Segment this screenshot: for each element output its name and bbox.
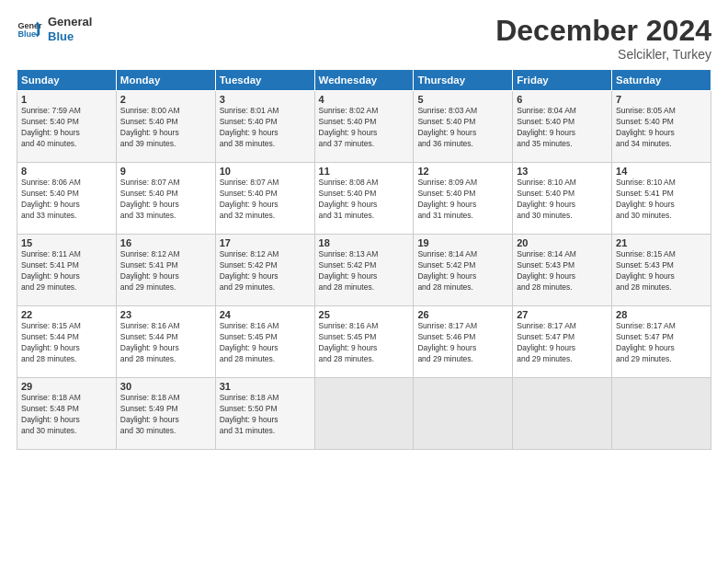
- cell-info: Sunset: 5:41 PM: [616, 189, 707, 200]
- cell-info: Sunrise: 8:17 AM: [616, 321, 707, 332]
- cell-info: and 30 minutes.: [517, 211, 608, 222]
- day-number: 28: [616, 309, 707, 320]
- cell-info: Sunset: 5:40 PM: [120, 117, 211, 128]
- calendar-week-3: 15Sunrise: 8:11 AMSunset: 5:41 PMDayligh…: [17, 235, 711, 306]
- day-number: 29: [21, 381, 112, 392]
- cell-info: Sunrise: 8:07 AM: [120, 178, 211, 189]
- cell-info: and 28 minutes.: [21, 354, 112, 365]
- day-number: 1: [21, 94, 112, 105]
- day-number: 31: [220, 381, 311, 392]
- table-row: 14Sunrise: 8:10 AMSunset: 5:41 PMDayligh…: [612, 163, 711, 235]
- cell-info: Sunset: 5:40 PM: [319, 117, 410, 128]
- table-row: 15Sunrise: 8:11 AMSunset: 5:41 PMDayligh…: [17, 235, 117, 306]
- cell-info: Sunrise: 8:17 AM: [517, 321, 608, 332]
- table-row: 10Sunrise: 8:07 AMSunset: 5:40 PMDayligh…: [215, 163, 314, 235]
- cell-info: Sunset: 5:40 PM: [120, 189, 211, 200]
- cell-info: and 28 minutes.: [120, 354, 211, 365]
- cell-info: Daylight: 9 hours: [417, 343, 508, 354]
- cell-info: and 38 minutes.: [220, 139, 311, 150]
- cell-info: Sunrise: 8:15 AM: [21, 321, 112, 332]
- cell-info: and 32 minutes.: [220, 211, 311, 222]
- day-number: 16: [120, 237, 211, 248]
- day-number: 12: [417, 166, 508, 177]
- day-number: 6: [517, 94, 608, 105]
- cell-info: Daylight: 9 hours: [220, 271, 311, 282]
- cell-info: Sunrise: 8:13 AM: [319, 249, 410, 260]
- table-row: [513, 378, 612, 450]
- cell-info: Daylight: 9 hours: [220, 128, 311, 139]
- cell-info: Sunrise: 8:06 AM: [21, 178, 112, 189]
- cell-info: Daylight: 9 hours: [21, 343, 112, 354]
- cell-info: and 39 minutes.: [120, 139, 211, 150]
- cell-info: Sunrise: 8:09 AM: [417, 178, 508, 189]
- day-number: 10: [220, 166, 311, 177]
- cell-info: Sunrise: 8:04 AM: [517, 106, 608, 117]
- table-row: 25Sunrise: 8:16 AMSunset: 5:45 PMDayligh…: [314, 306, 414, 378]
- cell-info: Daylight: 9 hours: [220, 343, 311, 354]
- cell-info: and 31 minutes.: [220, 426, 311, 437]
- table-row: 28Sunrise: 8:17 AMSunset: 5:47 PMDayligh…: [612, 306, 711, 378]
- cell-info: Sunset: 5:44 PM: [21, 332, 112, 343]
- day-number: 8: [21, 166, 112, 177]
- cell-info: Sunset: 5:40 PM: [616, 117, 707, 128]
- cell-info: and 37 minutes.: [319, 139, 410, 150]
- col-friday: Friday: [513, 70, 612, 91]
- cell-info: Daylight: 9 hours: [517, 343, 608, 354]
- cell-info: Daylight: 9 hours: [319, 271, 410, 282]
- calendar-week-4: 22Sunrise: 8:15 AMSunset: 5:44 PMDayligh…: [17, 306, 711, 378]
- table-row: 29Sunrise: 8:18 AMSunset: 5:48 PMDayligh…: [17, 378, 117, 450]
- table-row: 23Sunrise: 8:16 AMSunset: 5:44 PMDayligh…: [116, 306, 215, 378]
- col-sunday: Sunday: [17, 70, 117, 91]
- logo-line2: Blue: [48, 29, 92, 44]
- cell-info: and 29 minutes.: [517, 354, 608, 365]
- header: General Blue General Blue December 2024 …: [17, 15, 711, 62]
- logo-icon: General Blue: [17, 17, 42, 42]
- cell-info: Sunrise: 8:05 AM: [616, 106, 707, 117]
- month-title: December 2024: [495, 15, 711, 47]
- table-row: 31Sunrise: 8:18 AMSunset: 5:50 PMDayligh…: [215, 378, 314, 450]
- cell-info: Sunrise: 8:01 AM: [220, 106, 311, 117]
- cell-info: Sunrise: 8:02 AM: [319, 106, 410, 117]
- cell-info: Daylight: 9 hours: [417, 271, 508, 282]
- cell-info: and 29 minutes.: [220, 282, 311, 293]
- cell-info: and 33 minutes.: [120, 211, 211, 222]
- cell-info: Sunset: 5:40 PM: [417, 117, 508, 128]
- day-number: 3: [220, 94, 311, 105]
- cell-info: and 31 minutes.: [417, 211, 508, 222]
- col-thursday: Thursday: [414, 70, 513, 91]
- day-number: 9: [120, 166, 211, 177]
- cell-info: Daylight: 9 hours: [616, 343, 707, 354]
- cell-info: Daylight: 9 hours: [120, 415, 211, 426]
- day-number: 15: [21, 237, 112, 248]
- table-row: 21Sunrise: 8:15 AMSunset: 5:43 PMDayligh…: [612, 235, 711, 306]
- table-row: [314, 378, 414, 450]
- cell-info: Sunset: 5:40 PM: [21, 189, 112, 200]
- cell-info: Sunrise: 8:03 AM: [417, 106, 508, 117]
- calendar-week-2: 8Sunrise: 8:06 AMSunset: 5:40 PMDaylight…: [17, 163, 711, 235]
- table-row: 22Sunrise: 8:15 AMSunset: 5:44 PMDayligh…: [17, 306, 117, 378]
- cell-info: Sunrise: 8:11 AM: [21, 249, 112, 260]
- table-row: 4Sunrise: 8:02 AMSunset: 5:40 PMDaylight…: [314, 91, 414, 163]
- cell-info: Sunset: 5:43 PM: [616, 260, 707, 271]
- day-number: 22: [21, 309, 112, 320]
- cell-info: and 30 minutes.: [120, 426, 211, 437]
- table-row: 11Sunrise: 8:08 AMSunset: 5:40 PMDayligh…: [314, 163, 414, 235]
- cell-info: Sunrise: 8:14 AM: [417, 249, 508, 260]
- cell-info: Sunset: 5:50 PM: [220, 404, 311, 415]
- page: General Blue General Blue December 2024 …: [0, 0, 728, 563]
- cell-info: Sunset: 5:41 PM: [21, 260, 112, 271]
- cell-info: Daylight: 9 hours: [120, 128, 211, 139]
- cell-info: and 34 minutes.: [616, 139, 707, 150]
- table-row: 5Sunrise: 8:03 AMSunset: 5:40 PMDaylight…: [414, 91, 513, 163]
- table-row: 30Sunrise: 8:18 AMSunset: 5:49 PMDayligh…: [116, 378, 215, 450]
- cell-info: Sunset: 5:44 PM: [120, 332, 211, 343]
- cell-info: Daylight: 9 hours: [120, 200, 211, 211]
- cell-info: Daylight: 9 hours: [417, 200, 508, 211]
- cell-info: Daylight: 9 hours: [120, 271, 211, 282]
- col-wednesday: Wednesday: [314, 70, 414, 91]
- day-number: 4: [319, 94, 410, 105]
- cell-info: Sunrise: 8:07 AM: [220, 178, 311, 189]
- cell-info: Daylight: 9 hours: [417, 128, 508, 139]
- cell-info: Daylight: 9 hours: [220, 415, 311, 426]
- cell-info: and 28 minutes.: [517, 282, 608, 293]
